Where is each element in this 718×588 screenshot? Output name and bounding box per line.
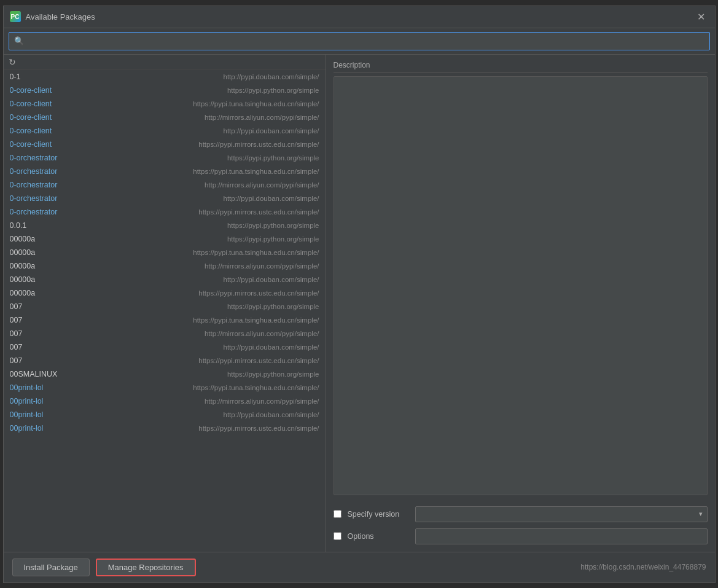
package-name: 00000a — [10, 289, 36, 297]
list-item[interactable]: 0-core-clienthttps://pypi.tuna.tsinghua.… — [4, 97, 326, 111]
list-item[interactable]: 00print-lolhttps://pypi.tuna.tsinghua.ed… — [4, 381, 326, 394]
options-section: Specify version ▾ Options — [326, 501, 715, 552]
package-url: http://mirrors.aliyun.com/pypi/simple/ — [205, 398, 319, 405]
package-name: 00print-lol — [10, 424, 44, 433]
package-url: https://pypi.python.org/simple — [227, 235, 319, 243]
description-content — [334, 76, 708, 495]
package-name: 0-orchestrator — [10, 194, 58, 203]
specify-version-row: Specify version ▾ — [334, 506, 708, 522]
list-item[interactable]: 0-orchestratorhttps://pypi.mirrors.ustc.… — [4, 205, 326, 219]
manage-repositories-button[interactable]: Manage Repositories — [96, 559, 196, 576]
package-name: 00000a — [10, 235, 36, 243]
specify-version-label: Specify version — [348, 510, 409, 519]
package-url: http://pypi.douban.com/simple/ — [224, 195, 319, 202]
package-name: 007 — [10, 316, 23, 324]
list-item[interactable]: 0-orchestratorhttp://pypi.douban.com/sim… — [4, 192, 326, 205]
list-item[interactable]: 00000ahttp://pypi.douban.com/simple/ — [4, 273, 326, 286]
package-name: 0-orchestrator — [10, 208, 58, 216]
search-icon: 🔍 — [14, 36, 24, 45]
package-url: https://pypi.python.org/simple — [227, 87, 319, 94]
list-item[interactable]: 007http://pypi.douban.com/simple/ — [4, 340, 326, 354]
specify-version-checkbox[interactable] — [334, 510, 341, 518]
package-name: 0-1 — [10, 73, 21, 81]
package-url: https://pypi.mirrors.ustc.edu.cn/simple/ — [198, 357, 319, 364]
package-url: https://pypi.mirrors.ustc.edu.cn/simple/ — [198, 141, 319, 148]
package-url: https://pypi.tuna.tsinghua.edu.cn/simple… — [193, 249, 319, 256]
footer-url: https://blog.csdn.net/weixin_44768879 — [580, 563, 706, 571]
package-url: http://mirrors.aliyun.com/pypi/simple/ — [205, 262, 319, 270]
options-input[interactable] — [415, 528, 708, 544]
left-panel: ↻ 0-1http://pypi.douban.com/simple/0-cor… — [4, 55, 326, 552]
list-item[interactable]: 0-orchestratorhttps://pypi.python.org/si… — [4, 151, 326, 165]
footer: Install Package Manage Repositories http… — [4, 552, 715, 582]
close-button[interactable]: ✕ — [693, 10, 709, 24]
list-item[interactable]: 0-core-clienthttps://pypi.python.org/sim… — [4, 84, 326, 97]
available-packages-dialog: PC Available Packages ✕ 🔍 ↻ 0-1http://py… — [3, 6, 716, 583]
package-name: 0-core-client — [10, 100, 52, 108]
dialog-title: Available Packages — [26, 12, 95, 22]
package-name: 0-core-client — [10, 113, 52, 122]
app-icon: PC — [10, 11, 21, 22]
package-name: 00000a — [10, 275, 36, 284]
search-input[interactable] — [28, 36, 704, 45]
package-url: http://pypi.douban.com/simple/ — [224, 127, 319, 135]
package-name: 00000a — [10, 248, 36, 257]
package-url: http://pypi.douban.com/simple/ — [224, 411, 319, 418]
list-item[interactable]: 0-orchestratorhttps://pypi.tuna.tsinghua… — [4, 165, 326, 178]
options-row: Options — [334, 528, 708, 544]
list-item[interactable]: 00print-lolhttps://pypi.mirrors.ustc.edu… — [4, 421, 326, 435]
list-item[interactable]: 00000ahttp://mirrors.aliyun.com/pypi/sim… — [4, 259, 326, 273]
package-url: https://pypi.tuna.tsinghua.edu.cn/simple… — [193, 384, 319, 391]
list-item[interactable]: 007https://pypi.python.org/simple — [4, 300, 326, 313]
list-item[interactable]: 0-orchestratorhttp://mirrors.aliyun.com/… — [4, 178, 326, 192]
package-url: https://pypi.python.org/simple — [227, 154, 319, 162]
package-name: 007 — [10, 356, 23, 365]
package-name: 0-orchestrator — [10, 154, 58, 162]
title-bar: PC Available Packages ✕ — [4, 6, 715, 28]
footer-buttons: Install Package Manage Repositories — [12, 559, 196, 576]
list-item[interactable]: 0-core-clienthttp://mirrors.aliyun.com/p… — [4, 111, 326, 124]
package-name: 0.0.1 — [10, 221, 27, 230]
list-item[interactable]: 00print-lolhttp://pypi.douban.com/simple… — [4, 408, 326, 421]
package-name: 0-core-client — [10, 86, 52, 95]
package-url: http://mirrors.aliyun.com/pypi/simple/ — [205, 181, 319, 189]
package-url: https://pypi.mirrors.ustc.edu.cn/simple/ — [198, 289, 319, 297]
package-url: http://pypi.douban.com/simple/ — [224, 276, 319, 283]
list-item[interactable]: 00000ahttps://pypi.tuna.tsinghua.edu.cn/… — [4, 246, 326, 259]
package-name: 00print-lol — [10, 397, 44, 406]
package-url: http://mirrors.aliyun.com/pypi/simple/ — [205, 114, 319, 121]
refresh-icon[interactable]: ↻ — [9, 57, 16, 67]
specify-version-dropdown[interactable] — [415, 506, 708, 522]
list-item[interactable]: 00000ahttps://pypi.mirrors.ustc.edu.cn/s… — [4, 286, 326, 300]
search-bar: 🔍 — [4, 28, 715, 55]
package-name: 00print-lol — [10, 410, 44, 419]
list-item[interactable]: 00SMALINUXhttps://pypi.python.org/simple — [4, 367, 326, 381]
list-item[interactable]: 00print-lolhttp://mirrors.aliyun.com/pyp… — [4, 394, 326, 408]
package-url: https://pypi.mirrors.ustc.edu.cn/simple/ — [198, 208, 319, 216]
package-name: 007 — [10, 329, 23, 338]
list-item[interactable]: 007http://mirrors.aliyun.com/pypi/simple… — [4, 327, 326, 340]
package-url: https://pypi.python.org/simple — [227, 370, 319, 378]
package-name: 00000a — [10, 262, 36, 270]
list-item[interactable]: 007https://pypi.mirrors.ustc.edu.cn/simp… — [4, 354, 326, 367]
list-item[interactable]: 0-core-clienthttps://pypi.mirrors.ustc.e… — [4, 138, 326, 151]
list-item[interactable]: 0-1http://pypi.douban.com/simple/ — [4, 70, 326, 84]
install-package-button[interactable]: Install Package — [12, 559, 90, 576]
list-item[interactable]: 00000ahttps://pypi.python.org/simple — [4, 232, 326, 246]
title-bar-left: PC Available Packages — [10, 11, 95, 22]
package-url: https://pypi.tuna.tsinghua.edu.cn/simple… — [193, 100, 319, 108]
package-name: 007 — [10, 343, 23, 351]
package-url: https://pypi.tuna.tsinghua.edu.cn/simple… — [193, 316, 319, 324]
options-checkbox[interactable] — [334, 532, 341, 540]
package-name: 00print-lol — [10, 383, 44, 392]
description-label: Description — [334, 61, 708, 73]
package-url: http://pypi.douban.com/simple/ — [224, 73, 319, 80]
package-name: 007 — [10, 302, 23, 311]
list-item[interactable]: 0.0.1https://pypi.python.org/simple — [4, 219, 326, 232]
package-name: 0-core-client — [10, 127, 52, 135]
main-content: ↻ 0-1http://pypi.douban.com/simple/0-cor… — [4, 55, 715, 552]
package-url: http://mirrors.aliyun.com/pypi/simple/ — [205, 330, 319, 337]
package-name: 0-core-client — [10, 140, 52, 149]
list-item[interactable]: 0-core-clienthttp://pypi.douban.com/simp… — [4, 124, 326, 138]
list-item[interactable]: 007https://pypi.tuna.tsinghua.edu.cn/sim… — [4, 313, 326, 327]
